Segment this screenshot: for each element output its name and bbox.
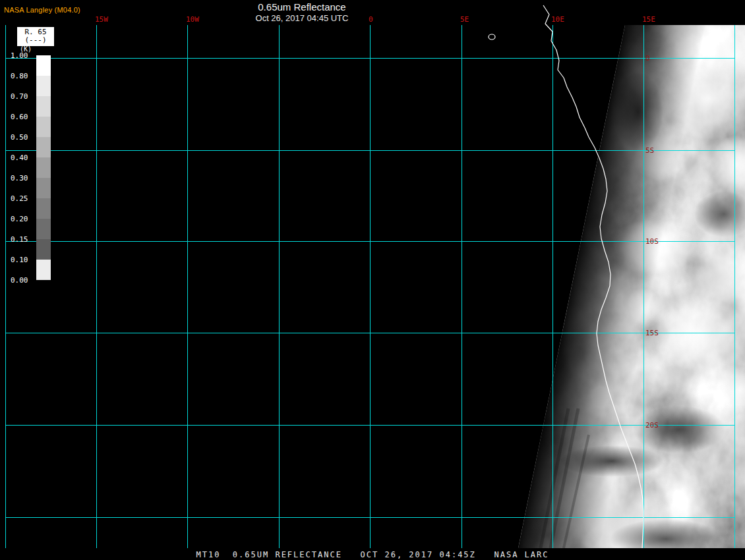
colorbar-product-box: R. 65 (---) xyxy=(17,27,54,46)
lat-label-5S: 5S xyxy=(645,146,654,155)
colorbar-units: (---) xyxy=(17,36,54,44)
footer-caption: MT10 0.65UM REFLECTANCE OCT 26, 2017 04:… xyxy=(0,550,745,559)
lat-label-15S: 15S xyxy=(645,329,659,337)
colorbar-segment xyxy=(36,198,51,219)
colorbar-segment xyxy=(36,157,51,178)
colorbar-tick-label: 0.70 xyxy=(11,92,28,101)
colorbar-tick-label: 1.00 xyxy=(11,51,28,60)
lat-label-0: 0 xyxy=(645,54,650,63)
lat-label-20S: 20S xyxy=(645,421,659,430)
colorbar-tick-label: 0.40 xyxy=(11,154,28,162)
colorbar-scale: 1.000.800.700.600.500.400.300.250.200.15… xyxy=(11,55,57,293)
colorbar-tick-label: 0.10 xyxy=(11,256,28,264)
colorbar-segment xyxy=(36,55,51,76)
colorbar-segment xyxy=(36,219,51,239)
colorbar-tick-label: 0.50 xyxy=(11,133,28,142)
colorbar-gradient-bar xyxy=(36,55,51,280)
colorbar-segment xyxy=(36,117,51,137)
colorbar-tick-label: 0.20 xyxy=(11,215,28,223)
colorbar-segment xyxy=(36,76,51,96)
colorbar-tick-label: 0.00 xyxy=(11,276,28,285)
colorbar-segment xyxy=(36,260,51,280)
colorbar-tick-label: 0.15 xyxy=(11,235,28,244)
colorbar-legend: R. 65 (---) (K) 1.000.800.700.600.500.40… xyxy=(0,0,79,303)
colorbar-tick-label: 0.25 xyxy=(11,194,28,203)
lat-label-10S: 10S xyxy=(645,237,659,246)
colorbar-tick-label: 0.60 xyxy=(11,113,28,121)
colorbar-segment xyxy=(36,178,51,198)
colorbar-tick-label: 0.80 xyxy=(11,72,28,80)
latitude-labels: 05S10S15S20S xyxy=(0,0,745,560)
colorbar-segment xyxy=(36,96,51,117)
colorbar-tick-label: 0.30 xyxy=(11,174,28,182)
satellite-image-viewer: NASA Langley (M04.0) 0.65um Reflectance … xyxy=(0,0,745,560)
colorbar-tick-labels: 1.000.800.700.600.500.400.300.250.200.15… xyxy=(11,55,34,293)
colorbar-segment xyxy=(36,239,51,260)
colorbar-segment xyxy=(36,137,51,157)
